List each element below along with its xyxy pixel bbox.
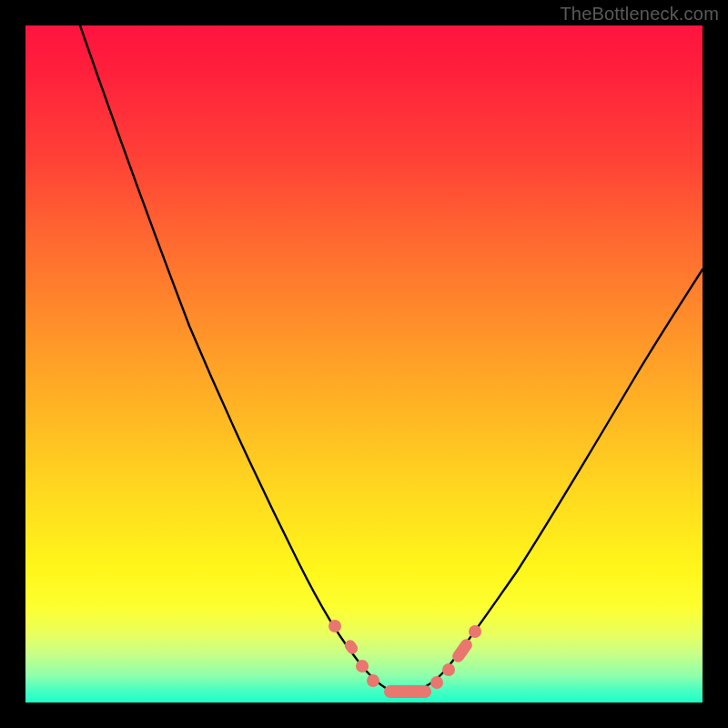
watermark-text: TheBottleneck.com: [560, 4, 719, 25]
marker-dot: [329, 620, 341, 632]
curve-layer: [25, 25, 703, 703]
marker-dot: [469, 625, 481, 638]
svg-rect-1: [384, 685, 431, 698]
marker-group: [329, 620, 481, 698]
marker-dot: [442, 663, 455, 676]
plot-area: [25, 25, 703, 703]
outer-black-frame: TheBottleneck.com: [0, 0, 728, 728]
marker-pill: [384, 685, 431, 698]
marker-pill: [342, 638, 359, 656]
bottleneck-curve: [80, 25, 703, 693]
marker-dot: [356, 660, 369, 672]
svg-rect-0: [342, 638, 359, 656]
marker-dot: [430, 676, 443, 689]
marker-dot: [367, 674, 379, 687]
